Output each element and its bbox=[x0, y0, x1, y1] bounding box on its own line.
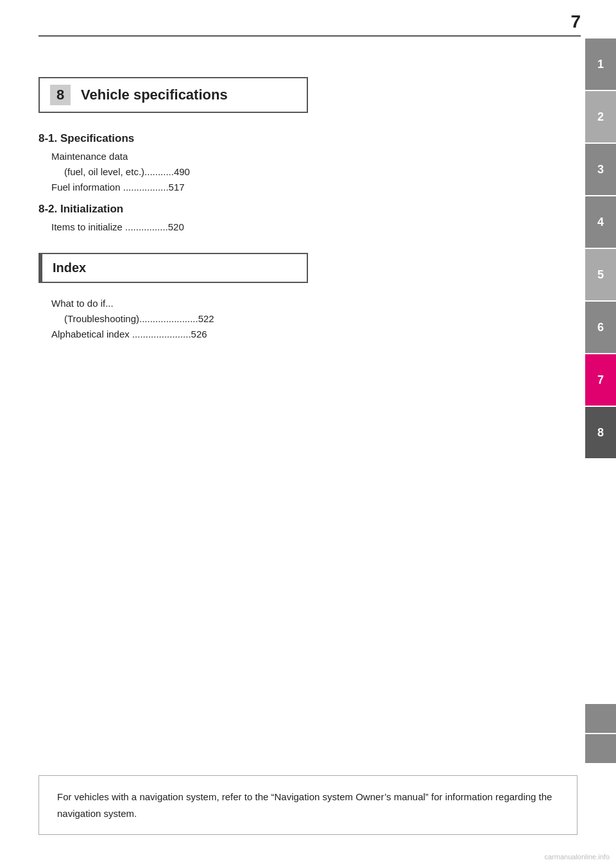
subsection-8-2-heading: 8-2. Initialization bbox=[38, 203, 578, 216]
page-number: 7 bbox=[570, 12, 581, 32]
index-entries: What to do if... (Troubleshooting)......… bbox=[38, 296, 578, 342]
toc-what-to-do: What to do if... bbox=[38, 296, 578, 311]
section-8-number: 8 bbox=[50, 85, 71, 105]
sidebar-tab-4[interactable]: 4 bbox=[585, 196, 616, 248]
subsection-8-1-heading: 8-1. Specifications bbox=[38, 132, 578, 145]
top-divider bbox=[38, 35, 581, 37]
note-box: For vehicles with a navigation system, r… bbox=[38, 775, 578, 835]
note-text: For vehicles with a navigation system, r… bbox=[57, 791, 552, 819]
section-8-header: 8 Vehicle specifications bbox=[38, 77, 308, 113]
main-content: 8 Vehicle specifications 8-1. Specificat… bbox=[38, 45, 578, 828]
sidebar: 1 2 3 4 5 6 7 8 bbox=[585, 39, 616, 459]
watermark: carmanualonline.info bbox=[544, 853, 610, 861]
sidebar-tab-2[interactable]: 2 bbox=[585, 91, 616, 142]
toc-alphabetical-index: Alphabetical index .....................… bbox=[38, 327, 578, 342]
sidebar-bottom bbox=[585, 704, 616, 764]
toc-fuel-oil: (fuel, oil level, etc.)...........490 bbox=[38, 164, 578, 180]
sidebar-bottom-tab-2 bbox=[585, 734, 616, 763]
toc-fuel-info: Fuel information .................517 bbox=[38, 180, 578, 195]
sidebar-tab-3[interactable]: 3 bbox=[585, 144, 616, 195]
index-header: Index bbox=[38, 253, 308, 283]
toc-maintenance-data: Maintenance data bbox=[38, 149, 578, 164]
toc-items-initialize: Items to initialize ................520 bbox=[38, 219, 578, 235]
toc-troubleshooting: (Troubleshooting)......................5… bbox=[38, 311, 578, 327]
section-8-1: 8-1. Specifications Maintenance data (fu… bbox=[38, 132, 578, 235]
sidebar-tab-6[interactable]: 6 bbox=[585, 302, 616, 353]
sidebar-tab-1[interactable]: 1 bbox=[585, 39, 616, 90]
index-title: Index bbox=[53, 261, 86, 275]
sidebar-tab-8[interactable]: 8 bbox=[585, 407, 616, 458]
sidebar-tab-5[interactable]: 5 bbox=[585, 249, 616, 300]
section-8-title: Vehicle specifications bbox=[81, 87, 228, 103]
sidebar-tab-7[interactable]: 7 bbox=[585, 354, 616, 406]
sidebar-bottom-tab-1 bbox=[585, 704, 616, 733]
